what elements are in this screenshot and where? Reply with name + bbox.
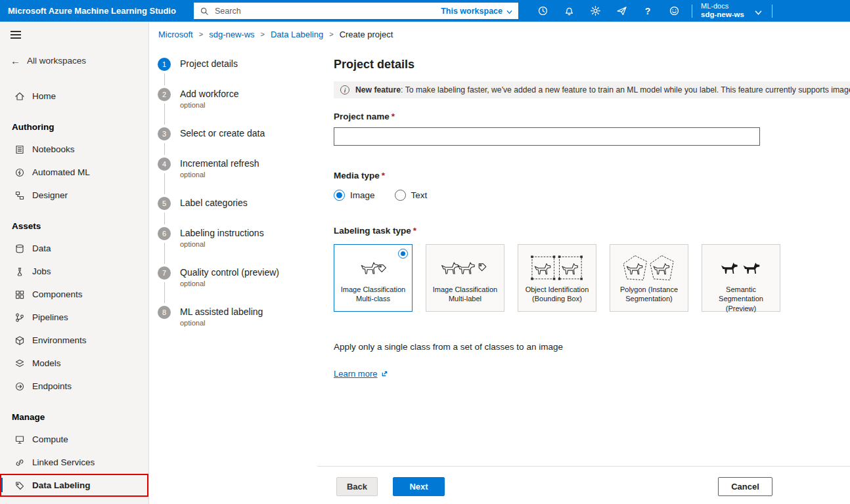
bell-icon bbox=[564, 5, 575, 16]
media-type-radio-text[interactable]: Text bbox=[395, 190, 428, 201]
sidebar-item-data-labeling[interactable]: Data Labeling bbox=[0, 474, 148, 497]
task-card-multiclass[interactable]: Image Classification Multi-class bbox=[334, 244, 413, 312]
search-input[interactable] bbox=[213, 6, 436, 16]
workspace-selector[interactable]: ML-docs sdg-new-ws bbox=[697, 2, 748, 20]
banner-text: New feature: To make labeling faster, we… bbox=[355, 85, 850, 94]
step-optional-label: optional bbox=[180, 171, 319, 178]
endpoints-icon bbox=[14, 381, 25, 392]
task-card-label: Polygon (Instance Segmentation) bbox=[610, 285, 688, 304]
sidebar-item-automated-ml[interactable]: Automated ML bbox=[0, 161, 148, 184]
step-label: Incremental refresh bbox=[180, 158, 319, 169]
sidebar-item-jobs[interactable]: Jobs bbox=[0, 260, 148, 283]
project-name-input[interactable] bbox=[334, 127, 760, 146]
notifications-button[interactable] bbox=[556, 0, 582, 22]
next-button[interactable]: Next bbox=[393, 477, 445, 496]
gear-icon bbox=[590, 5, 601, 16]
sidebar-item-label: Components bbox=[32, 289, 83, 299]
sidebar-section-manage: Manage bbox=[0, 406, 148, 428]
required-asterisk: * bbox=[413, 226, 416, 236]
back-button[interactable]: Back bbox=[336, 477, 378, 496]
cancel-button[interactable]: Cancel bbox=[718, 477, 772, 496]
sidebar-item-notebooks[interactable]: Notebooks bbox=[0, 138, 148, 161]
back-arrow-icon: ← bbox=[11, 55, 20, 66]
breadcrumb-link[interactable]: sdg-new-ws bbox=[209, 30, 254, 39]
task-card-semantic-segmentation[interactable]: Semantic Segmentation (Preview) bbox=[702, 244, 780, 312]
topbar-divider bbox=[692, 5, 692, 18]
clock-icon bbox=[537, 5, 548, 16]
sidebar-item-models[interactable]: Models bbox=[0, 352, 148, 375]
sidebar-item-label: Pipelines bbox=[32, 312, 68, 322]
wizard-steps: 1 Project details 2 Add workforce option… bbox=[158, 58, 319, 345]
sidebar-item-endpoints[interactable]: Endpoints bbox=[0, 375, 148, 398]
workspace-name: ML-docs bbox=[701, 2, 744, 10]
search-box[interactable]: This workspace bbox=[194, 3, 518, 19]
sidebar-item-label: Notebooks bbox=[32, 144, 75, 154]
hamburger-menu-button[interactable] bbox=[11, 31, 21, 39]
wizard-step-label-categories[interactable]: 5 Label categories bbox=[158, 197, 319, 227]
task-card-polygon[interactable]: Polygon (Instance Segmentation) bbox=[610, 244, 688, 312]
step-number: 4 bbox=[158, 158, 171, 171]
sidebar-item-label: Jobs bbox=[32, 266, 51, 276]
step-optional-label: optional bbox=[180, 280, 319, 287]
breadcrumb-separator: > bbox=[329, 30, 333, 38]
flask-icon bbox=[14, 266, 25, 277]
breadcrumb: Microsoft > sdg-new-ws > Data Labeling >… bbox=[158, 26, 393, 42]
radio-selected-icon bbox=[334, 190, 345, 201]
step-number: 5 bbox=[158, 197, 171, 210]
task-card-object-identification[interactable]: Object Identification (Bounding Box) bbox=[518, 244, 596, 312]
automated-ml-icon bbox=[14, 167, 25, 178]
wizard-step-ml-assisted-labeling[interactable]: 8 ML assisted labeling optional bbox=[158, 306, 319, 345]
sidebar-item-home[interactable]: Home bbox=[0, 85, 148, 108]
search-scope-dropdown[interactable]: This workspace bbox=[441, 7, 512, 16]
sidebar-item-designer[interactable]: Designer bbox=[0, 184, 148, 207]
task-card-label: Image Classification Multi-class bbox=[334, 285, 412, 304]
info-icon: i bbox=[340, 85, 349, 94]
topbar-actions: ? ML-docs sdg-new-ws bbox=[529, 0, 777, 22]
breadcrumb-link[interactable]: Data Labeling bbox=[271, 30, 323, 39]
sidebar-item-compute[interactable]: Compute bbox=[0, 428, 148, 451]
wizard-step-quality-control[interactable]: 7 Quality control (preview) optional bbox=[158, 266, 319, 306]
step-label: Select or create data bbox=[180, 127, 319, 139]
app-title: Microsoft Azure Machine Learning Studio bbox=[0, 6, 176, 16]
breadcrumb-link[interactable]: Microsoft bbox=[158, 30, 193, 39]
smiley-feedback-button[interactable] bbox=[661, 0, 687, 22]
step-number: 1 bbox=[158, 58, 171, 71]
wizard-step-select-data[interactable]: 3 Select or create data bbox=[158, 127, 319, 158]
wizard-step-incremental-refresh[interactable]: 4 Incremental refresh optional bbox=[158, 158, 319, 197]
task-card-multilabel[interactable]: Image Classification Multi-label bbox=[426, 244, 504, 312]
wizard-step-project-details[interactable]: 1 Project details bbox=[158, 58, 319, 88]
search-scope-label: This workspace bbox=[441, 7, 503, 16]
cube-icon bbox=[14, 335, 25, 346]
task-type-label: Labeling task type* bbox=[334, 226, 850, 236]
all-workspaces-back[interactable]: ← All workspaces bbox=[0, 51, 148, 70]
radio-label: Image bbox=[350, 190, 375, 200]
sidebar-item-label: Data bbox=[32, 243, 51, 253]
sidebar-item-linked-services[interactable]: Linked Services bbox=[0, 451, 148, 474]
wizard-step-add-workforce[interactable]: 2 Add workforce optional bbox=[158, 88, 319, 127]
external-link-icon bbox=[381, 370, 388, 377]
designer-icon bbox=[14, 190, 25, 201]
polygon-dogs-icon bbox=[619, 254, 679, 283]
sidebar-item-label: Data Labeling bbox=[32, 480, 91, 490]
sidebar-item-data[interactable]: Data bbox=[0, 237, 148, 260]
media-type-radio-image[interactable]: Image bbox=[334, 190, 375, 201]
database-icon bbox=[14, 243, 25, 254]
sidebar: ← All workspaces Home Authoring Notebook… bbox=[0, 22, 149, 504]
wizard-step-labeling-instructions[interactable]: 6 Labeling instructions optional bbox=[158, 227, 319, 266]
step-number: 7 bbox=[158, 266, 171, 280]
step-number: 8 bbox=[158, 306, 171, 319]
step-label: Label categories bbox=[180, 197, 319, 209]
sidebar-item-label: Automated ML bbox=[32, 167, 90, 177]
help-button[interactable]: ? bbox=[635, 0, 661, 22]
sidebar-item-components[interactable]: Components bbox=[0, 283, 148, 306]
learn-more-link[interactable]: Learn more bbox=[334, 369, 388, 379]
step-optional-label: optional bbox=[180, 319, 319, 327]
history-button[interactable] bbox=[529, 0, 556, 22]
feedback-send-button[interactable] bbox=[608, 0, 635, 22]
sidebar-item-environments[interactable]: Environments bbox=[0, 329, 148, 352]
sidebar-item-pipelines[interactable]: Pipelines bbox=[0, 306, 148, 329]
question-mark-icon: ? bbox=[645, 6, 651, 16]
media-type-label: Media type* bbox=[334, 171, 850, 180]
top-bar: Microsoft Azure Machine Learning Studio … bbox=[0, 0, 850, 22]
settings-button[interactable] bbox=[582, 0, 608, 22]
